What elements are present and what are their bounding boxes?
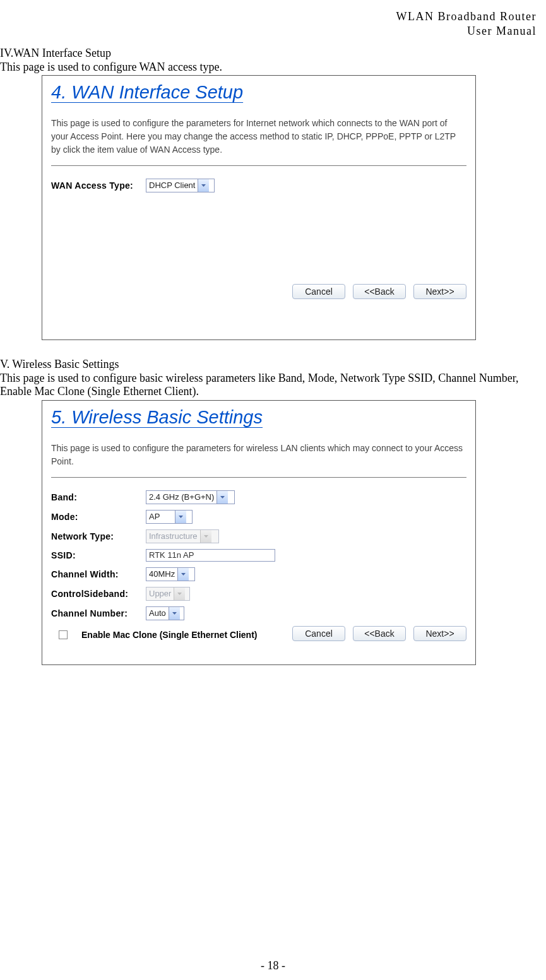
- back-button[interactable]: <<Back: [353, 626, 406, 641]
- svg-marker-0: [201, 184, 206, 187]
- chevron-down-icon: [174, 587, 185, 600]
- section-iv-text: This page is used to configure WAN acces…: [0, 61, 545, 74]
- wan-setup-figure: 4. WAN Interface Setup This page is used…: [42, 75, 476, 340]
- svg-marker-2: [179, 516, 183, 518]
- next-button[interactable]: Next>>: [413, 284, 466, 299]
- band-value: 2.4 GHz (B+G+N): [149, 491, 217, 504]
- cancel-button[interactable]: Cancel: [292, 284, 345, 299]
- mode-dropdown[interactable]: AP: [146, 510, 193, 524]
- chevron-down-icon: [198, 179, 209, 192]
- svg-marker-6: [172, 612, 177, 615]
- svg-marker-3: [204, 535, 208, 538]
- svg-marker-5: [177, 593, 182, 595]
- band-label: Band:: [51, 492, 146, 502]
- channel-width-dropdown[interactable]: 40MHz: [146, 567, 195, 581]
- channel-number-label: Channel Number:: [51, 608, 146, 618]
- wan-fig-title: 4. WAN Interface Setup: [51, 82, 466, 103]
- channel-number-dropdown[interactable]: Auto: [146, 606, 184, 620]
- back-button[interactable]: <<Back: [353, 284, 406, 299]
- svg-marker-4: [181, 573, 186, 576]
- network-type-label: Network Type:: [51, 531, 146, 541]
- control-sideband-dropdown: Upper: [146, 587, 190, 601]
- network-type-dropdown: Infrastructure: [146, 529, 219, 543]
- section-v-text: This page is used to configure basic wir…: [0, 372, 545, 399]
- network-type-value: Infrastructure: [149, 530, 200, 543]
- wifi-fig-subtext: This page is used to configure the param…: [51, 442, 466, 468]
- band-dropdown[interactable]: 2.4 GHz (B+G+N): [146, 490, 235, 504]
- divider: [51, 165, 466, 166]
- doc-title-line2: User Manual: [0, 24, 537, 38]
- channel-number-value: Auto: [149, 607, 169, 620]
- wan-access-type-dropdown[interactable]: DHCP Client: [146, 179, 215, 192]
- mac-clone-checkbox[interactable]: [59, 630, 68, 639]
- next-button[interactable]: Next>>: [413, 626, 466, 641]
- wan-access-type-label: WAN Access Type:: [51, 180, 146, 191]
- wireless-settings-figure: 5. Wireless Basic Settings This page is …: [42, 400, 476, 665]
- chevron-down-icon: [169, 607, 180, 620]
- cancel-button[interactable]: Cancel: [292, 626, 345, 641]
- control-sideband-label: ControlSideband:: [51, 589, 146, 599]
- doc-title-line1: WLAN Broadband Router: [0, 9, 537, 24]
- mac-clone-label: Enable Mac Clone (Single Ethernet Client…: [81, 630, 257, 640]
- chevron-down-icon: [217, 491, 228, 504]
- wan-fig-subtext: This page is used to configure the param…: [51, 117, 466, 156]
- wan-access-type-value: DHCP Client: [149, 179, 198, 192]
- ssid-input[interactable]: RTK 11n AP: [146, 549, 275, 562]
- page-number: - 18 -: [0, 959, 546, 972]
- mode-value: AP: [149, 511, 175, 523]
- channel-width-value: 40MHz: [149, 568, 177, 581]
- channel-width-label: Channel Width:: [51, 569, 146, 579]
- section-iv-heading: IV.WAN Interface Setup: [0, 47, 545, 61]
- section-v-heading: V. Wireless Basic Settings: [0, 358, 545, 372]
- svg-marker-1: [220, 496, 225, 499]
- chevron-down-icon: [200, 530, 211, 543]
- control-sideband-value: Upper: [149, 587, 174, 600]
- mode-label: Mode:: [51, 512, 146, 522]
- chevron-down-icon: [175, 511, 186, 523]
- chevron-down-icon: [177, 568, 189, 581]
- ssid-label: SSID:: [51, 550, 146, 560]
- wifi-fig-title: 5. Wireless Basic Settings: [51, 407, 466, 428]
- divider: [51, 477, 466, 478]
